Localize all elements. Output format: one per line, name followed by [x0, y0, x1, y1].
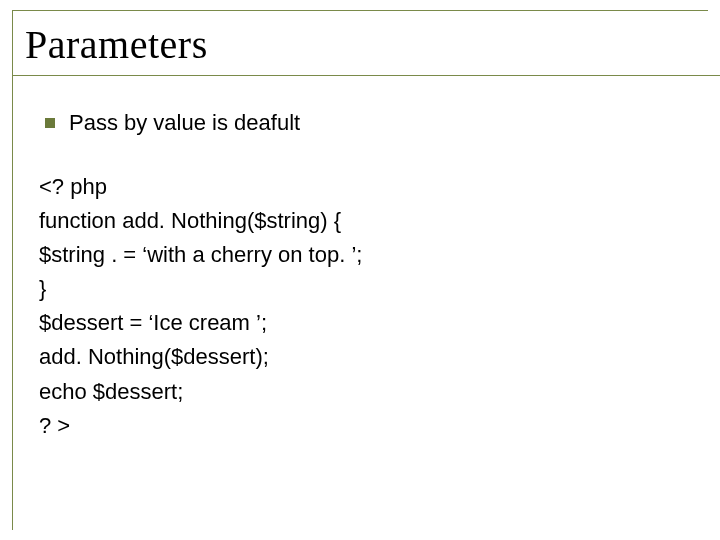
title-underline [13, 75, 720, 76]
slide-title: Parameters [25, 21, 696, 68]
bullet-text: Pass by value is deafult [69, 110, 300, 136]
code-block: <? php function add. Nothing($string) { … [39, 170, 682, 443]
code-line: $string . = ‘with a cherry on top. ’; [39, 238, 682, 272]
slide-frame: Parameters Pass by value is deafult <? p… [12, 10, 708, 530]
square-bullet-icon [45, 118, 55, 128]
code-line: } [39, 272, 682, 306]
code-line: <? php [39, 170, 682, 204]
code-line: ? > [39, 409, 682, 443]
bullet-item: Pass by value is deafult [39, 110, 682, 136]
code-line: add. Nothing($dessert); [39, 340, 682, 374]
code-line: echo $dessert; [39, 375, 682, 409]
slide-content: Pass by value is deafult <? php function… [13, 76, 708, 443]
title-area: Parameters [13, 11, 708, 76]
code-line: function add. Nothing($string) { [39, 204, 682, 238]
code-line: $dessert = ‘Ice cream ’; [39, 306, 682, 340]
